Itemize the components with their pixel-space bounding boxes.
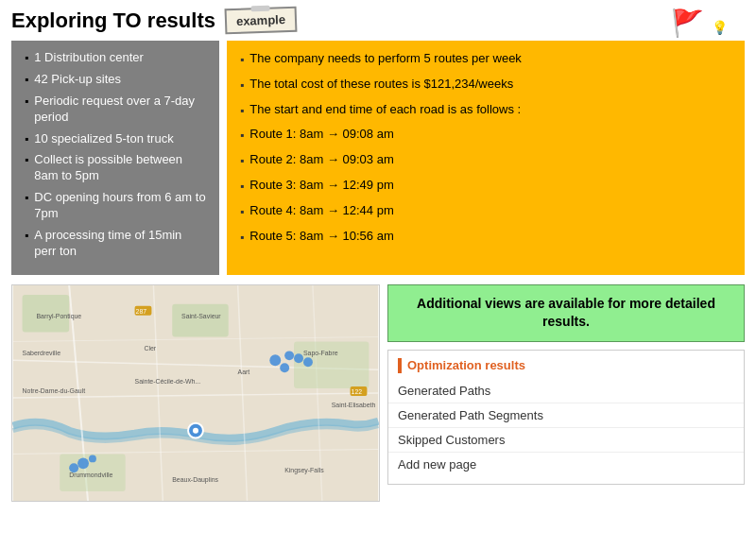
svg-point-25 <box>69 463 78 472</box>
svg-text:Sainte-Cécile-de-Wh...: Sainte-Cécile-de-Wh... <box>135 378 201 385</box>
svg-point-24 <box>77 457 89 469</box>
svg-text:Saberdreville: Saberdreville <box>23 350 61 356</box>
route-item: Route 5: 8am → 10:56 am <box>240 228 731 246</box>
left-info-item: Periodic request over a 7-day period <box>25 94 206 126</box>
example-badge: example <box>225 7 298 35</box>
right-bottom-column: Additional views are available for more … <box>387 284 745 502</box>
svg-text:122: 122 <box>352 388 363 395</box>
svg-text:Sapo-Fabre: Sapo-Fabre <box>303 350 338 357</box>
svg-point-23 <box>193 427 198 433</box>
route-item: Route 4: 8am → 12:44 pm <box>240 202 731 220</box>
left-info-item: 42 Pick-up sites <box>25 72 206 88</box>
svg-text:Cler: Cler <box>144 345 156 352</box>
right-info-panel: The company needs to perform 5 routes pe… <box>227 41 745 275</box>
route-item: Route 1: 8am → 09:08 am <box>240 126 731 144</box>
optimization-items-list: Generated PathsGenerated Path SegmentsSk… <box>388 379 744 476</box>
optimization-item[interactable]: Generated Paths <box>388 379 744 403</box>
svg-text:Aart: Aart <box>238 369 250 375</box>
header: Exploring TO results example <box>0 0 756 37</box>
left-info-item: A processing time of 15min perr ton <box>25 228 206 260</box>
svg-point-18 <box>284 351 294 360</box>
top-panels: 1 Distribution center42 Pick-up sitesPer… <box>0 37 756 279</box>
svg-text:Beaux-Dauplins: Beaux-Dauplins <box>172 476 218 484</box>
svg-text:Kingsey-Falls: Kingsey-Falls <box>284 467 324 474</box>
svg-text:Barryl-Pontique: Barryl-Pontique <box>36 312 81 319</box>
left-info-item: 10 specialized 5-ton truck <box>25 131 206 147</box>
left-info-item: 1 Distribution center <box>25 50 206 66</box>
right-info-item: The total cost of these routes is $121,2… <box>240 76 731 94</box>
right-info-item: The company needs to perform 5 routes pe… <box>240 50 731 68</box>
right-info-list: The company needs to perform 5 routes pe… <box>240 50 731 245</box>
svg-text:Saint-Savieur: Saint-Savieur <box>181 312 221 318</box>
right-info-item: The start and end time of each road is a… <box>240 101 731 119</box>
svg-text:Saint-Elisabeth: Saint-Elisabeth <box>332 402 376 408</box>
bottom-content: Barryl-Pontique Saint-Savieur Sapo-Fabre… <box>0 279 756 507</box>
flag-icon: 🚩 💡 <box>671 8 728 39</box>
additional-views-box: Additional views are available for more … <box>387 284 745 342</box>
svg-text:Drummondville: Drummondville <box>69 472 112 478</box>
route-item: Route 3: 8am → 12:49 pm <box>240 177 731 195</box>
page-title: Exploring TO results <box>11 9 215 33</box>
left-info-item: Collect is possible between 8am to 5pm <box>25 152 206 184</box>
svg-point-21 <box>280 363 289 372</box>
svg-point-26 <box>89 455 96 462</box>
additional-views-text: Additional views are available for more … <box>417 296 715 330</box>
left-info-item: DC opening hours from 6 am to 7pm <box>25 190 206 222</box>
svg-text:Notre-Dame-du-Gault: Notre-Dame-du-Gault <box>23 387 86 394</box>
optimization-title: Optimization results <box>388 358 744 379</box>
routes-list: Route 1: 8am → 09:08 amRoute 2: 8am → 09… <box>240 126 731 245</box>
left-info-list: 1 Distribution center42 Pick-up sitesPer… <box>25 50 206 260</box>
svg-text:287: 287 <box>136 308 147 315</box>
route-item: Route 2: 8am → 09:03 am <box>240 151 731 169</box>
svg-point-19 <box>294 353 303 363</box>
svg-point-17 <box>269 354 281 366</box>
optimization-item[interactable]: Skipped Customers <box>388 428 744 453</box>
optimization-item[interactable]: Generated Path Segments <box>388 403 744 428</box>
optimization-item[interactable]: Add new page <box>388 453 744 476</box>
svg-point-20 <box>303 357 313 367</box>
map-container: Barryl-Pontique Saint-Savieur Sapo-Fabre… <box>11 284 380 502</box>
optimization-results-box: Optimization results Generated PathsGene… <box>387 350 745 485</box>
left-info-panel: 1 Distribution center42 Pick-up sitesPer… <box>11 41 219 275</box>
svg-rect-2 <box>172 304 228 337</box>
